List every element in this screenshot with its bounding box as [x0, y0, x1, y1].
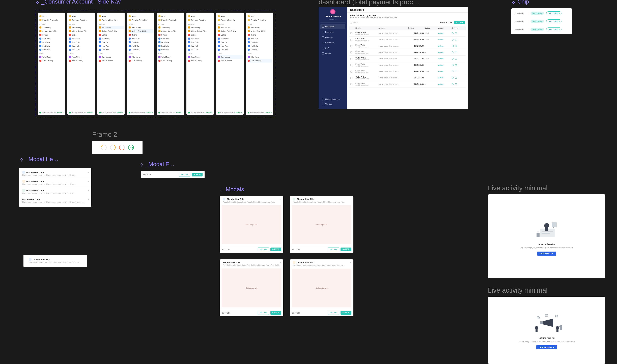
dashboard-frame[interactable]: Doors Fundhouse US & access DashboardPay… — [319, 7, 468, 109]
modals-frame[interactable]: Placeholder Title Place holder subtext g… — [220, 196, 354, 316]
sidenav-item[interactable]: Take Money — [217, 55, 242, 59]
sidenav-item[interactable]: Everyday Essentials — [67, 18, 95, 22]
close-icon[interactable]: × — [88, 198, 89, 201]
sidenav-item[interactable]: Sent Money — [98, 26, 124, 29]
chip[interactable]: Select Chip × — [546, 19, 562, 23]
checkbox[interactable] — [350, 45, 353, 47]
sidenav-item[interactable]: Fast Pulls — [97, 48, 125, 52]
cell-action[interactable]: Action — [438, 32, 451, 34]
table-column-header[interactable]: Header — [355, 27, 378, 29]
sidenav-item[interactable]: Everyday Essentials — [38, 18, 65, 22]
dashboard-nav-item[interactable]: SMS — [320, 46, 345, 51]
sidenav-item[interactable]: Front — [246, 14, 273, 18]
action-icon[interactable] — [452, 58, 454, 60]
sidenav-item[interactable]: Pace Pulls — [157, 37, 184, 40]
chip[interactable]: Select Chip — [530, 12, 544, 15]
sidenav-item[interactable]: Front — [157, 14, 184, 18]
table-column-header[interactable]: Action — [438, 27, 451, 29]
close-icon[interactable]: × — [88, 189, 89, 192]
dashboard-nav-item[interactable]: Invoicing — [320, 35, 345, 40]
table-row[interactable]: Carter Ardenemail@provider.com Lorem ips… — [349, 30, 466, 37]
frame-label-modal-footer[interactable]: _Modal F… — [139, 161, 175, 168]
table-column-header[interactable]: Status — [425, 27, 437, 29]
modal-card[interactable]: Placeholder Title Place holder subtext g… — [220, 196, 283, 253]
show-filter-button[interactable]: SHOW FILTER — [440, 22, 452, 24]
sidenav-item[interactable]: Betting — [97, 33, 125, 37]
sidenav-item[interactable]: Sent Money — [38, 26, 65, 29]
action-icon[interactable] — [452, 83, 454, 85]
sidenav-variant[interactable]: FrontEveryday EssentialsDo MoreSent Mone… — [97, 13, 125, 115]
primary-button[interactable]: BUTTON — [454, 21, 465, 24]
sidenav-item[interactable]: SMS & Money — [97, 59, 125, 63]
checkbox[interactable] — [350, 71, 353, 73]
secondary-button[interactable]: BUTTON — [179, 173, 190, 176]
table-row[interactable]: Elmer Voltsemail@carcart.com Lorem ipsum… — [349, 68, 466, 75]
sidenav-item[interactable]: SMS & Money — [157, 59, 184, 63]
action-icon[interactable] — [452, 52, 454, 53]
sidenav-variant[interactable]: FrontEveryday EssentialsDo MoreSent Mone… — [67, 13, 95, 115]
sidenav-item[interactable]: Fast Pulls — [216, 40, 243, 44]
tertiary-button[interactable]: BUTTON — [222, 312, 230, 314]
cell-action[interactable]: Action — [438, 58, 451, 60]
sidenav-item[interactable]: Fast Pulls — [67, 44, 95, 48]
cell-action[interactable]: Action — [438, 45, 451, 47]
sidenav-item[interactable]: Airtime, Data & Bills — [157, 29, 184, 33]
sidenav-item[interactable]: Betting — [67, 33, 95, 37]
table-row[interactable]: Elmer Voltsemail@carcart.com Lorem ipsum… — [349, 49, 466, 56]
sidenav-item[interactable]: Sent Money — [216, 26, 243, 29]
dashboard-nav-item[interactable]: Payments — [320, 30, 345, 34]
sidenav-item[interactable]: Airtime, Data & Bills — [216, 29, 243, 33]
sidenav-item[interactable]: Everyday Essentials — [216, 18, 243, 22]
sidenav-item[interactable]: Everyday Essentials — [246, 18, 273, 22]
frame-label-live2[interactable]: Live activity minimal — [488, 286, 548, 294]
table-row[interactable]: Elmer Voltsemail@carcart.com Lorem ipsum… — [349, 43, 466, 49]
action-icon[interactable] — [452, 32, 454, 34]
sidenav-item[interactable]: Airtime, Data & Bills — [246, 29, 273, 33]
sidenav-item[interactable]: Fast Pulls — [38, 44, 65, 48]
action-icon[interactable] — [455, 32, 457, 34]
close-icon[interactable]: × — [88, 171, 89, 174]
dashboard-nav-item[interactable]: Manage Business — [320, 97, 345, 101]
table-row[interactable]: Carter Ardenemail@provider.com Lorem ips… — [349, 75, 466, 81]
switch-button[interactable]: Switch > — [146, 112, 153, 114]
sidenav-item[interactable]: Take Money — [246, 55, 273, 59]
sidenav-variant[interactable]: FrontEveryday EssentialsDo MoreSent Mone… — [246, 13, 273, 115]
sidenav-item[interactable]: Front — [216, 14, 243, 18]
sidenav-variant[interactable]: FrontEveryday EssentialsDo MoreSent Mone… — [216, 13, 243, 115]
secondary-button[interactable]: BUTTON — [258, 247, 269, 251]
sidenav-item[interactable]: Fast Pulls — [97, 44, 125, 48]
table-row[interactable]: Elmer Voltsemail@carcart.com Lorem ipsum… — [349, 81, 466, 88]
close-icon[interactable]: × — [88, 180, 89, 183]
chip[interactable]: Select Chip — [530, 20, 544, 23]
sidenav-item[interactable]: Pace Pulls — [186, 37, 214, 40]
sidenav-item[interactable]: Take Money — [127, 55, 154, 59]
sidenav-item[interactable]: Fast Pulls — [157, 40, 184, 44]
action-icon[interactable] — [455, 58, 457, 60]
sidenav-item[interactable]: SMS & Money — [186, 59, 214, 63]
frame-label-live1[interactable]: Live activity minimal — [488, 184, 548, 192]
modal-card[interactable]: Placeholder Title Place holder subtext g… — [290, 196, 354, 253]
dashboard-nav-item[interactable]: Dashboard — [320, 24, 345, 29]
sidenav-item[interactable]: Take Money — [97, 55, 125, 59]
checkbox[interactable] — [350, 64, 353, 66]
sidenav-item[interactable]: Fast Pulls — [157, 44, 184, 48]
primary-button[interactable]: BUTTON — [192, 173, 203, 176]
checkbox[interactable] — [350, 39, 353, 41]
switch-button[interactable]: Switch > — [117, 112, 123, 114]
checkbox[interactable] — [350, 83, 353, 85]
action-icon[interactable] — [455, 77, 457, 79]
sidenav-variant[interactable]: FrontEveryday EssentialsDo MoreSent Mone… — [186, 13, 214, 115]
sidenav-item[interactable]: Sent Money — [246, 26, 273, 29]
sidenav-variant[interactable]: FrontEveryday EssentialsDo MoreSent Mone… — [38, 13, 65, 115]
table-column-header[interactable]: Amount — [408, 27, 424, 29]
close-icon[interactable]: × — [280, 261, 281, 264]
chip-frame[interactable]: Select ChipSelect ChipSelect Chip ×Selec… — [511, 8, 572, 34]
sidenav-item[interactable]: Pace Pulls — [97, 37, 125, 40]
action-icon[interactable] — [452, 45, 454, 47]
sidenav-item[interactable]: Fast Pulls — [67, 40, 95, 44]
cell-action[interactable]: Action — [438, 64, 451, 66]
sidenav-item[interactable]: Take Money — [186, 55, 214, 59]
sidenav-item[interactable]: Fast Pulls — [186, 48, 214, 52]
sidenav-item[interactable]: SMS & Money — [247, 59, 272, 63]
sidenav-item[interactable]: Airtime, Data & Bills — [38, 29, 65, 33]
